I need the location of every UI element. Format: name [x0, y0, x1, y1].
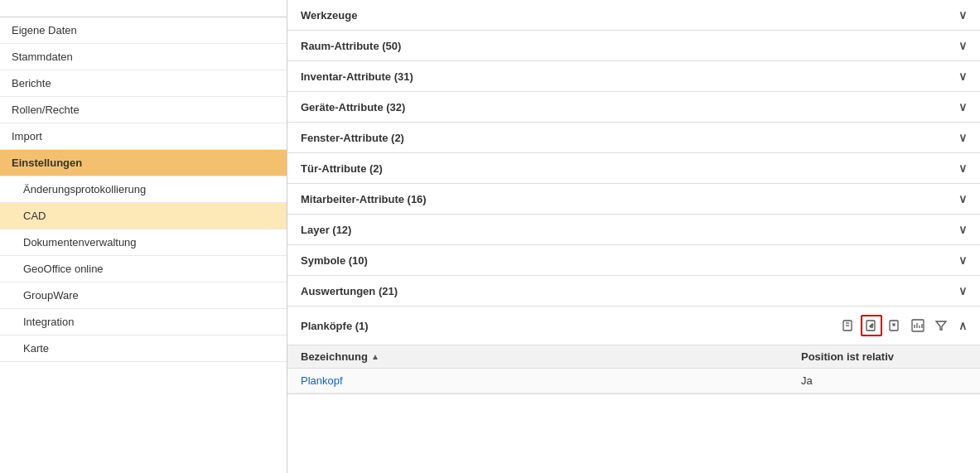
accordion-item-mitarbeiter-attribute: Mitarbeiter-Attribute (16)∨ — [287, 184, 980, 215]
plankoepfe-toolbar — [838, 315, 952, 336]
accordion-chevron-inventar-attribute: ∨ — [958, 70, 967, 83]
accordion-header-symbole[interactable]: Symbole (10)∨ — [287, 245, 980, 275]
accordion-label-layer: Layer (12) — [301, 224, 351, 236]
accordion-label-geraete-attribute: Geräte-Attribute (32) — [301, 101, 405, 113]
accordion-label-inventar-attribute: Inventar-Attribute (31) — [301, 70, 413, 83]
accordion-header-raum-attribute[interactable]: Raum-Attribute (50)∨ — [287, 31, 980, 60]
sidebar-item-groupware[interactable]: GroupWare — [0, 282, 287, 309]
col-bezeichnung-label: Bezeichnung — [301, 350, 368, 363]
sidebar-header — [0, 0, 287, 17]
sidebar-item-karte[interactable]: Karte — [0, 335, 287, 362]
sidebar-item-eigene-daten[interactable]: Eigene Daten — [0, 17, 287, 44]
svg-marker-12 — [936, 321, 946, 330]
accordion-chevron-auswertungen: ∨ — [958, 284, 967, 297]
accordion-item-auswertungen: Auswertungen (21)∨ — [287, 276, 980, 306]
accordion-header-geraete-attribute[interactable]: Geräte-Attribute (32)∨ — [287, 92, 980, 122]
accordion-label-plankoepfe: Planköpfe (1) — [301, 320, 369, 332]
accordion-header-werkzeuge[interactable]: Werkzeuge∨ — [287, 0, 980, 30]
accordion-header-fenster-attribute[interactable]: Fenster-Attribute (2)∨ — [287, 123, 980, 152]
table-row: PlankopfJa — [287, 369, 980, 393]
col-position: Position ist relativ — [801, 350, 967, 363]
accordion-label-symbole: Symbole (10) — [301, 254, 368, 267]
sidebar-item-rollen-rechte[interactable]: Rollen/Rechte — [0, 97, 287, 123]
accordion-chevron-tuer-attribute: ∨ — [958, 162, 967, 175]
accordion-item-symbole: Symbole (10)∨ — [287, 245, 980, 276]
sidebar-item-dokumentenverwaltung[interactable]: Dokumentenverwaltung — [0, 229, 287, 256]
accordion-item-layer: Layer (12)∨ — [287, 215, 980, 245]
filter-icon[interactable] — [930, 315, 952, 336]
accordion-item-raum-attribute: Raum-Attribute (50)∨ — [287, 31, 980, 61]
accordion-chevron-werkzeuge: ∨ — [958, 8, 967, 22]
sidebar-item-stammdaten[interactable]: Stammdaten — [0, 44, 287, 70]
col-bezeichnung: Bezeichnung▲ — [301, 350, 801, 363]
sidebar-item-aenderungsprotokollierung[interactable]: Änderungsprotokollierung — [0, 176, 287, 203]
accordion-item-geraete-attribute: Geräte-Attribute (32)∨ — [287, 92, 980, 123]
accordion-header-inventar-attribute[interactable]: Inventar-Attribute (31)∨ — [287, 61, 980, 91]
sidebar: Eigene DatenStammdatenBerichteRollen/Rec… — [0, 0, 287, 473]
chart-icon[interactable] — [907, 315, 929, 336]
accordion-chevron-symbole: ∨ — [958, 253, 967, 267]
accordion-label-werkzeuge: Werkzeuge — [301, 9, 357, 22]
accordion-label-raum-attribute: Raum-Attribute (50) — [301, 40, 401, 52]
copy-icon[interactable] — [838, 315, 859, 336]
sidebar-item-einstellungen[interactable]: Einstellungen — [0, 150, 287, 176]
accordion-chevron-mitarbeiter-attribute: ∨ — [958, 192, 967, 205]
accordion-header-auswertungen[interactable]: Auswertungen (21)∨ — [287, 276, 980, 306]
accordion-chevron-raum-attribute: ∨ — [958, 39, 967, 52]
main-content: Werkzeuge∨Raum-Attribute (50)∨Inventar-A… — [287, 0, 980, 473]
accordion-item-inventar-attribute: Inventar-Attribute (31)∨ — [287, 61, 980, 92]
delete-icon[interactable] — [884, 315, 905, 336]
table-header-row: Bezeichnung▲Position ist relativ — [287, 345, 980, 369]
plankoepfe-content: Bezeichnung▲Position ist relativPlankopf… — [287, 345, 980, 393]
accordion-label-auswertungen: Auswertungen (21) — [301, 285, 398, 297]
sidebar-item-geooffice-online[interactable]: GeoOffice online — [0, 256, 287, 282]
accordion-header-tuer-attribute[interactable]: Tür-Attribute (2)∨ — [287, 153, 980, 183]
accordion-item-werkzeuge: Werkzeuge∨ — [287, 0, 980, 31]
sidebar-item-cad[interactable]: CAD — [0, 203, 287, 229]
svg-rect-4 — [890, 321, 898, 331]
accordion-header-mitarbeiter-attribute[interactable]: Mitarbeiter-Attribute (16)∨ — [287, 184, 980, 214]
accordion-chevron-geraete-attribute: ∨ — [958, 100, 967, 113]
cell-bezeichnung[interactable]: Plankopf — [301, 374, 801, 387]
cell-position: Ja — [801, 374, 967, 387]
accordion-chevron-fenster-attribute: ∨ — [958, 131, 967, 144]
sidebar-item-berichte[interactable]: Berichte — [0, 70, 287, 97]
accordion-header-layer[interactable]: Layer (12)∨ — [287, 215, 980, 244]
accordion-label-fenster-attribute: Fenster-Attribute (2) — [301, 132, 404, 144]
accordion-item-fenster-attribute: Fenster-Attribute (2)∨ — [287, 123, 980, 153]
edit-icon[interactable] — [861, 315, 882, 336]
sort-arrow[interactable]: ▲ — [371, 352, 379, 361]
accordion-label-mitarbeiter-attribute: Mitarbeiter-Attribute (16) — [301, 193, 427, 205]
accordion-item-plankoepfe: Planköpfe (1)∧Bezeichnung▲Position ist r… — [287, 306, 980, 394]
accordion-item-tuer-attribute: Tür-Attribute (2)∨ — [287, 153, 980, 184]
accordion-chevron-layer: ∨ — [958, 223, 967, 236]
sidebar-item-import[interactable]: Import — [0, 123, 287, 150]
accordion-header-plankoepfe[interactable]: Planköpfe (1)∧ — [287, 306, 980, 345]
accordion-chevron-plankoepfe: ∧ — [958, 319, 967, 332]
accordion-label-tuer-attribute: Tür-Attribute (2) — [301, 162, 383, 175]
accordion-right-plankoepfe: ∧ — [838, 315, 967, 336]
sidebar-item-integration[interactable]: Integration — [0, 309, 287, 335]
